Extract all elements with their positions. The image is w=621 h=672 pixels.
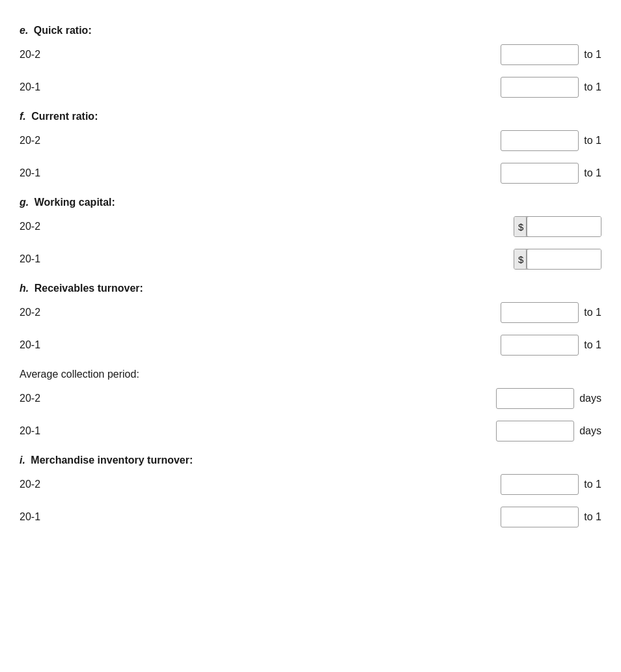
section-h-sub-row-0: 20-2 days: [20, 387, 601, 410]
section-i-header: i. Merchandise inventory turnover:: [20, 455, 601, 466]
section-g-dollar-wrapper-1: $: [514, 249, 601, 270]
section-f-input-0[interactable]: [501, 130, 579, 151]
section-g-input-0[interactable]: [527, 216, 601, 237]
section-g-letter: g.: [20, 197, 29, 208]
section-h-letter: h.: [20, 283, 29, 294]
section-f-suffix-0: to 1: [584, 135, 601, 147]
section-h-label-0: 20-2: [20, 307, 501, 318]
section-i-row-1: 20-1 to 1: [20, 505, 601, 529]
section-h-sub-input-group-0: days: [496, 388, 601, 409]
section-h-sub-label-1: 20-1: [20, 425, 496, 437]
section-h-input-group-1: to 1: [501, 335, 601, 356]
section-g-header: g. Working capital:: [20, 197, 601, 208]
section-e: e. Quick ratio: 20-2 to 1 20-1 to 1: [20, 25, 601, 99]
section-i-title: Merchandise inventory turnover:: [31, 455, 193, 466]
section-e-title: Quick ratio:: [34, 25, 92, 36]
section-e-row-1: 20-1 to 1: [20, 76, 601, 99]
section-g: g. Working capital: 20-2 $ 20-1 $: [20, 197, 601, 271]
section-h-input-0[interactable]: [501, 302, 579, 323]
section-e-suffix-0: to 1: [584, 49, 601, 61]
section-g-title: Working capital:: [34, 197, 115, 208]
section-f-header: f. Current ratio:: [20, 111, 601, 122]
section-f: f. Current ratio: 20-2 to 1 20-1 to 1: [20, 111, 601, 185]
section-g-input-group-1: $: [514, 249, 601, 270]
section-h: h. Receivables turnover: 20-2 to 1 20-1 …: [20, 283, 601, 357]
section-i-row-0: 20-2 to 1: [20, 473, 601, 496]
section-i-label-1: 20-1: [20, 511, 501, 523]
section-g-input-group-0: $: [514, 216, 601, 237]
section-h-suffix-0: to 1: [584, 307, 601, 318]
section-h-label-1: 20-1: [20, 339, 501, 351]
section-h-sub-label-0: 20-2: [20, 393, 496, 404]
section-h-sub: Average collection period: 20-2 days 20-…: [20, 369, 601, 443]
section-i-input-group-1: to 1: [501, 507, 601, 527]
section-g-label-1: 20-1: [20, 253, 514, 265]
section-i: i. Merchandise inventory turnover: 20-2 …: [20, 455, 601, 529]
section-f-label-0: 20-2: [20, 135, 501, 147]
section-h-input-1[interactable]: [501, 335, 579, 356]
section-h-suffix-1: to 1: [584, 339, 601, 351]
section-g-label-0: 20-2: [20, 221, 514, 232]
section-e-input-1[interactable]: [501, 77, 579, 98]
section-e-suffix-1: to 1: [584, 81, 601, 93]
section-h-sub-header: Average collection period:: [20, 369, 601, 380]
section-h-row-0: 20-2 to 1: [20, 301, 601, 324]
section-i-input-group-0: to 1: [501, 474, 601, 495]
section-g-row-1: 20-1 $: [20, 247, 601, 271]
section-f-input-group-1: to 1: [501, 163, 601, 184]
section-f-suffix-1: to 1: [584, 167, 601, 179]
section-h-sub-title: Average collection period:: [20, 369, 139, 380]
section-f-input-group-0: to 1: [501, 130, 601, 151]
section-h-title: Receivables turnover:: [34, 283, 143, 294]
section-h-sub-row-1: 20-1 days: [20, 419, 601, 443]
section-g-row-0: 20-2 $: [20, 215, 601, 238]
section-h-row-1: 20-1 to 1: [20, 333, 601, 357]
section-f-letter: f.: [20, 111, 26, 122]
section-e-row-0: 20-2 to 1: [20, 43, 601, 66]
section-e-letter: e.: [20, 25, 28, 36]
section-f-title: Current ratio:: [31, 111, 98, 122]
section-e-input-0[interactable]: [501, 44, 579, 65]
section-g-dollar-sign-1: $: [514, 249, 527, 269]
section-g-input-1[interactable]: [527, 249, 601, 270]
section-i-input-1[interactable]: [501, 507, 579, 527]
section-h-sub-suffix-0: days: [579, 393, 601, 404]
section-e-header: e. Quick ratio:: [20, 25, 601, 36]
section-i-suffix-1: to 1: [584, 511, 601, 523]
section-h-sub-input-group-1: days: [496, 421, 601, 441]
section-f-row-0: 20-2 to 1: [20, 129, 601, 152]
section-i-letter: i.: [20, 455, 25, 466]
section-f-label-1: 20-1: [20, 167, 501, 179]
section-e-input-group-0: to 1: [501, 44, 601, 65]
section-h-header: h. Receivables turnover:: [20, 283, 601, 294]
section-h-sub-input-1[interactable]: [496, 421, 574, 441]
section-f-input-1[interactable]: [501, 163, 579, 184]
section-i-label-0: 20-2: [20, 479, 501, 490]
section-h-sub-input-0[interactable]: [496, 388, 574, 409]
section-h-sub-suffix-1: days: [579, 425, 601, 437]
section-h-input-group-0: to 1: [501, 302, 601, 323]
section-e-label-1: 20-1: [20, 81, 501, 93]
section-g-dollar-wrapper-0: $: [514, 216, 601, 237]
section-g-dollar-sign-0: $: [514, 217, 527, 236]
main-container: e. Quick ratio: 20-2 to 1 20-1 to 1 f. C…: [20, 25, 601, 529]
section-i-suffix-0: to 1: [584, 479, 601, 490]
section-f-row-1: 20-1 to 1: [20, 161, 601, 185]
section-e-input-group-1: to 1: [501, 77, 601, 98]
section-e-label-0: 20-2: [20, 49, 501, 61]
section-i-input-0[interactable]: [501, 474, 579, 495]
